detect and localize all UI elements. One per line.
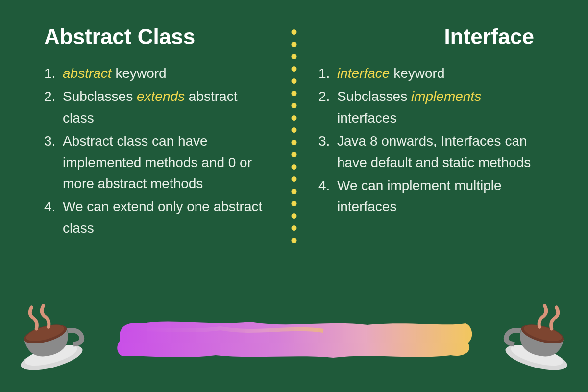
coffee-cup-icon [1,290,97,386]
divider-dot [292,164,297,170]
divider-dot [292,225,297,231]
divider-dot [292,78,297,84]
brush-stroke-icon [113,316,475,363]
abstract-class-list: abstract keyword Subclasses extends abst… [44,63,270,239]
divider-dot [292,213,297,219]
list-item: abstract keyword [44,63,270,84]
list-item: We can extend only one abstract class [44,196,270,239]
interface-column: Interface interface keyword Subclasses i… [294,24,544,241]
interface-list: interface keyword Subclasses implements … [318,63,544,218]
abstract-class-title: Abstract Class [44,24,270,49]
list-item: Abstract class can have implemented meth… [44,130,270,194]
interface-title: Interface [318,24,544,49]
list-item: Java 8 onwards, Interfaces can have defa… [318,130,544,173]
divider-dot [292,91,297,96]
divider-dot [292,42,297,47]
list-item: Subclasses implements interfaces [318,86,544,128]
divider-dot [292,152,297,157]
divider-dot [292,54,297,59]
list-item: We can implement multiple interfaces [318,175,544,218]
abstract-class-column: Abstract Class abstract keyword Subclass… [44,24,294,241]
list-item: interface keyword [318,63,544,84]
dotted-divider [292,29,297,243]
divider-dot [292,127,297,133]
divider-dot [292,115,297,121]
coffee-cup-icon [491,290,587,386]
divider-dot [292,29,297,35]
divider-dot [292,66,297,72]
divider-dot [292,238,297,243]
divider-dot [292,189,297,194]
keyword: extends [137,89,185,104]
keyword: implements [411,89,481,104]
list-item: Subclasses extends abstract class [44,86,270,128]
divider-dot [292,103,297,108]
keyword: interface [337,66,390,81]
divider-dot [292,201,297,206]
divider-dot [292,176,297,182]
keyword: abstract [63,66,112,81]
divider-dot [292,140,297,145]
